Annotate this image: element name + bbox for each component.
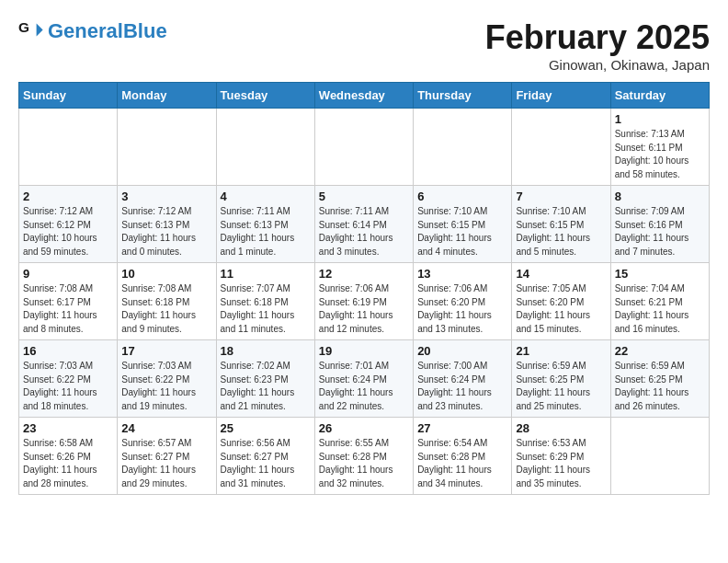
- day-number: 2: [23, 190, 113, 203]
- day-cell: [19, 109, 118, 186]
- logo-general: General: [48, 19, 123, 42]
- day-info: Sunrise: 7:12 AM Sunset: 6:13 PM Dayligh…: [121, 205, 211, 259]
- day-info: Sunrise: 7:06 AM Sunset: 6:19 PM Dayligh…: [319, 282, 409, 336]
- day-cell: 3Sunrise: 7:12 AM Sunset: 6:13 PM Daylig…: [118, 186, 216, 263]
- day-number: 21: [516, 344, 606, 358]
- weekday-header-thursday: Thursday: [414, 83, 512, 109]
- day-number: 10: [121, 267, 211, 281]
- day-number: 11: [221, 267, 311, 281]
- day-info: Sunrise: 7:07 AM Sunset: 6:18 PM Dayligh…: [221, 282, 311, 336]
- day-info: Sunrise: 6:55 AM Sunset: 6:28 PM Dayligh…: [319, 437, 409, 490]
- week-row-2: 2Sunrise: 7:12 AM Sunset: 6:12 PM Daylig…: [19, 186, 710, 263]
- day-number: 26: [319, 421, 409, 435]
- day-number: 28: [516, 421, 606, 435]
- week-row-5: 23Sunrise: 6:58 AM Sunset: 6:26 PM Dayli…: [19, 418, 710, 495]
- weekday-header-saturday: Saturday: [610, 83, 709, 109]
- day-cell: [216, 109, 314, 186]
- day-cell: 12Sunrise: 7:06 AM Sunset: 6:19 PM Dayli…: [314, 263, 413, 340]
- day-cell: 11Sunrise: 7:07 AM Sunset: 6:18 PM Dayli…: [216, 263, 314, 340]
- day-info: Sunrise: 7:03 AM Sunset: 6:22 PM Dayligh…: [23, 360, 113, 413]
- week-row-4: 16Sunrise: 7:03 AM Sunset: 6:22 PM Dayli…: [19, 340, 710, 418]
- day-info: Sunrise: 7:10 AM Sunset: 6:15 PM Dayligh…: [417, 205, 507, 259]
- day-info: Sunrise: 6:54 AM Sunset: 6:28 PM Dayligh…: [417, 437, 507, 490]
- day-info: Sunrise: 7:10 AM Sunset: 6:15 PM Dayligh…: [516, 205, 606, 259]
- day-number: 3: [121, 190, 211, 203]
- day-number: 14: [516, 267, 606, 281]
- day-number: 7: [516, 190, 606, 203]
- day-cell: 28Sunrise: 6:53 AM Sunset: 6:29 PM Dayli…: [512, 418, 610, 495]
- logo: G GeneralBlue: [18, 18, 167, 44]
- logo-text: GeneralBlue: [48, 21, 167, 41]
- day-cell: 25Sunrise: 6:56 AM Sunset: 6:27 PM Dayli…: [216, 418, 314, 495]
- day-number: 1: [615, 112, 705, 126]
- day-number: 6: [417, 190, 507, 203]
- day-number: 17: [121, 344, 211, 358]
- day-cell: 18Sunrise: 7:02 AM Sunset: 6:23 PM Dayli…: [216, 340, 314, 418]
- day-info: Sunrise: 7:04 AM Sunset: 6:21 PM Dayligh…: [615, 282, 705, 336]
- day-number: 9: [23, 267, 113, 281]
- month-title: February 2025: [485, 18, 710, 57]
- day-info: Sunrise: 7:08 AM Sunset: 6:17 PM Dayligh…: [23, 282, 113, 336]
- day-cell: 9Sunrise: 7:08 AM Sunset: 6:17 PM Daylig…: [19, 263, 118, 340]
- day-number: 23: [23, 421, 113, 435]
- day-info: Sunrise: 6:59 AM Sunset: 6:25 PM Dayligh…: [516, 360, 606, 413]
- day-number: 5: [319, 190, 409, 203]
- day-info: Sunrise: 7:11 AM Sunset: 6:13 PM Dayligh…: [221, 205, 311, 259]
- day-cell: [414, 109, 512, 186]
- day-cell: 6Sunrise: 7:10 AM Sunset: 6:15 PM Daylig…: [414, 186, 512, 263]
- day-number: 13: [417, 267, 507, 281]
- day-info: Sunrise: 7:00 AM Sunset: 6:24 PM Dayligh…: [417, 360, 507, 413]
- day-number: 12: [319, 267, 409, 281]
- calendar: SundayMondayTuesdayWednesdayThursdayFrid…: [18, 82, 710, 495]
- day-info: Sunrise: 7:13 AM Sunset: 6:11 PM Dayligh…: [615, 128, 705, 181]
- svg-marker-1: [37, 24, 43, 37]
- day-cell: 23Sunrise: 6:58 AM Sunset: 6:26 PM Dayli…: [19, 418, 118, 495]
- day-info: Sunrise: 6:59 AM Sunset: 6:25 PM Dayligh…: [615, 360, 705, 413]
- day-cell: 26Sunrise: 6:55 AM Sunset: 6:28 PM Dayli…: [314, 418, 413, 495]
- day-info: Sunrise: 7:11 AM Sunset: 6:14 PM Dayligh…: [319, 205, 409, 259]
- day-info: Sunrise: 7:01 AM Sunset: 6:24 PM Dayligh…: [319, 360, 409, 413]
- day-cell: [314, 109, 413, 186]
- day-cell: 8Sunrise: 7:09 AM Sunset: 6:16 PM Daylig…: [610, 186, 709, 263]
- day-cell: 5Sunrise: 7:11 AM Sunset: 6:14 PM Daylig…: [314, 186, 413, 263]
- day-cell: 10Sunrise: 7:08 AM Sunset: 6:18 PM Dayli…: [118, 263, 216, 340]
- day-cell: 13Sunrise: 7:06 AM Sunset: 6:20 PM Dayli…: [414, 263, 512, 340]
- title-area: February 2025 Ginowan, Okinawa, Japan: [485, 18, 710, 73]
- weekday-header-sunday: Sunday: [19, 83, 118, 109]
- day-cell: 14Sunrise: 7:05 AM Sunset: 6:20 PM Dayli…: [512, 263, 610, 340]
- day-number: 16: [23, 344, 113, 358]
- day-cell: [610, 418, 709, 495]
- day-cell: 16Sunrise: 7:03 AM Sunset: 6:22 PM Dayli…: [19, 340, 118, 418]
- day-info: Sunrise: 7:03 AM Sunset: 6:22 PM Dayligh…: [121, 360, 211, 413]
- week-row-1: 1Sunrise: 7:13 AM Sunset: 6:11 PM Daylig…: [19, 109, 710, 186]
- header: G GeneralBlue February 2025 Ginowan, Oki…: [18, 18, 710, 73]
- day-cell: 7Sunrise: 7:10 AM Sunset: 6:15 PM Daylig…: [512, 186, 610, 263]
- day-cell: 27Sunrise: 6:54 AM Sunset: 6:28 PM Dayli…: [414, 418, 512, 495]
- location: Ginowan, Okinawa, Japan: [485, 57, 710, 73]
- weekday-header-tuesday: Tuesday: [216, 83, 314, 109]
- day-info: Sunrise: 6:56 AM Sunset: 6:27 PM Dayligh…: [221, 437, 311, 490]
- day-cell: 22Sunrise: 6:59 AM Sunset: 6:25 PM Dayli…: [610, 340, 709, 418]
- day-number: 8: [615, 190, 705, 203]
- day-cell: 20Sunrise: 7:00 AM Sunset: 6:24 PM Dayli…: [414, 340, 512, 418]
- day-number: 4: [221, 190, 311, 203]
- weekday-header-wednesday: Wednesday: [314, 83, 413, 109]
- weekday-header-monday: Monday: [118, 83, 216, 109]
- day-info: Sunrise: 6:57 AM Sunset: 6:27 PM Dayligh…: [121, 437, 211, 490]
- logo-icon: G: [18, 18, 44, 44]
- weekday-header-row: SundayMondayTuesdayWednesdayThursdayFrid…: [19, 83, 710, 109]
- day-number: 22: [615, 344, 705, 358]
- day-cell: 15Sunrise: 7:04 AM Sunset: 6:21 PM Dayli…: [610, 263, 709, 340]
- day-info: Sunrise: 6:58 AM Sunset: 6:26 PM Dayligh…: [23, 437, 113, 490]
- day-info: Sunrise: 7:05 AM Sunset: 6:20 PM Dayligh…: [516, 282, 606, 336]
- day-number: 24: [121, 421, 211, 435]
- day-cell: 19Sunrise: 7:01 AM Sunset: 6:24 PM Dayli…: [314, 340, 413, 418]
- day-cell: 4Sunrise: 7:11 AM Sunset: 6:13 PM Daylig…: [216, 186, 314, 263]
- day-info: Sunrise: 7:09 AM Sunset: 6:16 PM Dayligh…: [615, 205, 705, 259]
- day-cell: 17Sunrise: 7:03 AM Sunset: 6:22 PM Dayli…: [118, 340, 216, 418]
- day-number: 20: [417, 344, 507, 358]
- weekday-header-friday: Friday: [512, 83, 610, 109]
- svg-text:G: G: [18, 19, 29, 35]
- day-info: Sunrise: 7:08 AM Sunset: 6:18 PM Dayligh…: [121, 282, 211, 336]
- day-cell: 24Sunrise: 6:57 AM Sunset: 6:27 PM Dayli…: [118, 418, 216, 495]
